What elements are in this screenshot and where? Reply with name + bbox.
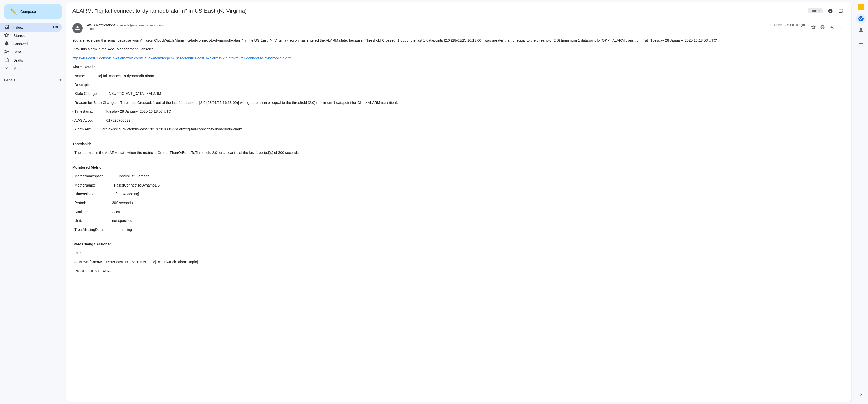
- state-change-row: - State Change: INSUFFICIENT_DATA -> ALA…: [72, 91, 845, 96]
- header-actions: [826, 6, 845, 15]
- threshold-desc: - The alarm is in the ALARM state when t…: [72, 150, 845, 156]
- snoozed-icon: [4, 41, 9, 47]
- more-expand-icon: [4, 66, 9, 72]
- sent-label: Sent: [13, 50, 58, 54]
- name-row: - Name: fcj-fail-connect-to-dynamodb-ala…: [72, 73, 845, 79]
- sender-name: AWS Notifications <no-reply@sns.amazonaw…: [87, 23, 765, 27]
- body-intro: You are receiving this email because you…: [72, 37, 845, 43]
- to-dropdown-icon: ▾: [95, 28, 97, 30]
- sidebar-item-drafts[interactable]: Drafts: [0, 56, 62, 65]
- inbox-tag-label: Inbox: [810, 9, 817, 13]
- description-row: - Description:: [72, 82, 845, 88]
- sent-icon: [4, 49, 9, 56]
- sender-avatar: [72, 23, 83, 33]
- sidebar-item-snoozed[interactable]: Snoozed: [0, 40, 62, 48]
- period-row: - Period: 300 seconds: [72, 200, 845, 206]
- google-contacts-icon[interactable]: [856, 25, 866, 35]
- inbox-label: Inbox: [13, 25, 49, 29]
- dimensions-row: - Dimensions: [env = staging]: [72, 191, 845, 197]
- starred-icon: [4, 33, 9, 39]
- inbox-tag: Inbox ×: [808, 8, 823, 13]
- state-change-actions-title: State Change Actions:: [72, 236, 845, 247]
- right-sidebar: [854, 0, 868, 404]
- inbox-icon: [4, 24, 9, 31]
- labels-section: Labels +: [0, 75, 66, 85]
- metric-namespace-row: - MetricNamespace: BooksList_Lambda: [72, 173, 845, 179]
- sidebar: ✏️ Compose Inbox 189 Starred Snoozed Sen…: [0, 0, 66, 404]
- snoozed-label: Snoozed: [13, 42, 58, 46]
- sidebar-item-inbox[interactable]: Inbox 189: [0, 23, 62, 32]
- sidebar-item-starred[interactable]: Starred: [0, 32, 62, 40]
- view-label: View this alarm in the AWS Management Co…: [72, 46, 845, 52]
- alarm-details-title: Alarm Details:: [72, 64, 845, 70]
- add-label-button[interactable]: +: [59, 77, 62, 83]
- email-header: ALARM: "fcj-fail-connect-to-dynamodb-ala…: [66, 2, 851, 19]
- treat-missing-row: - TreatMissingData: missing: [72, 227, 845, 232]
- add-apps-button[interactable]: [856, 38, 866, 49]
- google-tasks-icon[interactable]: [856, 13, 866, 24]
- compose-icon: ✏️: [10, 8, 17, 15]
- metric-name-row: - MetricName: FailedConnectToDynamoDB: [72, 182, 845, 188]
- open-in-new-button[interactable]: [836, 6, 845, 15]
- email-view: ALARM: "fcj-fail-connect-to-dynamodb-ala…: [66, 2, 851, 402]
- timestamp-row: - Timestamp: Tuesday 28 January, 2025 16…: [72, 108, 845, 114]
- message-time: 11:18 PM (0 minutes ago): [769, 23, 805, 27]
- unit-row: - Unit: not specified: [72, 218, 845, 223]
- threshold-title: Threshold:: [72, 135, 845, 147]
- sender-info: AWS Notifications <no-reply@sns.amazonaw…: [87, 23, 765, 31]
- message-header: AWS Notifications <no-reply@sns.amazonaw…: [72, 23, 845, 33]
- svg-rect-2: [858, 4, 864, 10]
- drafts-label: Drafts: [13, 58, 58, 63]
- more-label: More: [13, 67, 58, 71]
- emoji-button[interactable]: [818, 23, 827, 31]
- star-message-button[interactable]: [809, 23, 817, 31]
- svg-marker-1: [811, 25, 815, 29]
- sidebar-item-more[interactable]: More: [0, 65, 62, 73]
- console-link[interactable]: https://us-east-1.console.aws.amazon.com…: [72, 56, 292, 60]
- reason-row: - Reason for State Change: Threshold Cro…: [72, 100, 845, 105]
- inbox-tag-close[interactable]: ×: [818, 9, 820, 13]
- sidebar-item-sent[interactable]: Sent: [0, 48, 62, 56]
- google-calendar-icon[interactable]: [856, 2, 866, 12]
- email-body[interactable]: AWS Notifications <no-reply@sns.amazonaw…: [66, 19, 851, 402]
- print-button[interactable]: [826, 6, 835, 15]
- alarm-action-row: - ALARM: [arn:aws:sns:us-east-1:01782070…: [72, 259, 845, 265]
- expand-panel-button[interactable]: [856, 390, 866, 400]
- insufficient-row: - INSUFFICIENT_DATA:: [72, 268, 845, 274]
- reply-button[interactable]: [828, 23, 836, 31]
- statistic-row: - Statistic: Sum: [72, 209, 845, 215]
- more-options-button[interactable]: [837, 23, 845, 31]
- ok-row: - OK:: [72, 250, 845, 256]
- svg-marker-0: [5, 33, 9, 37]
- alarm-arn-row: - Alarm Arn: arn:aws:cloudwatch:us-east-…: [72, 126, 845, 132]
- compose-button[interactable]: ✏️ Compose: [4, 4, 62, 19]
- monitored-metric-title: Monitored Metric:: [72, 159, 845, 170]
- drafts-icon: [4, 57, 9, 64]
- aws-account-row: - AWS Account: 017820706022: [72, 118, 845, 123]
- compose-label: Compose: [21, 9, 36, 14]
- inbox-count: 189: [53, 26, 58, 29]
- sender-to[interactable]: to me ▾: [87, 27, 765, 31]
- labels-title: Labels: [4, 78, 16, 82]
- message-actions: [809, 23, 845, 31]
- email-content: You are receiving this email because you…: [72, 37, 845, 274]
- email-message: AWS Notifications <no-reply@sns.amazonaw…: [66, 19, 851, 281]
- starred-label: Starred: [13, 34, 58, 38]
- sender-email: <no-reply@sns.amazonaws.com>: [117, 24, 163, 27]
- email-subject: ALARM: "fcj-fail-connect-to-dynamodb-ala…: [72, 7, 804, 14]
